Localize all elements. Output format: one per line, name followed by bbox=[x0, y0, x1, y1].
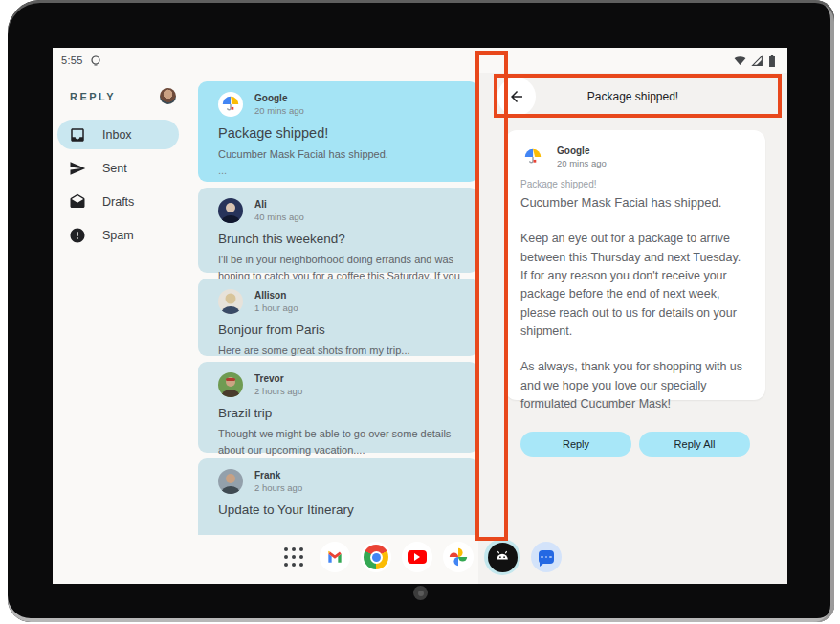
reply-button[interactable]: Reply bbox=[520, 432, 631, 457]
nav-drawer: REPLY Inbox Sent Drafts bbox=[53, 73, 198, 536]
google-umbrella-logo-icon bbox=[218, 92, 243, 117]
email-preview: Cucumber Mask Facial has shipped. bbox=[218, 146, 461, 163]
detail-paragraph: Cucumber Mask Facial has shipped. bbox=[520, 193, 750, 212]
dock bbox=[53, 536, 787, 578]
email-list: Google 20 mins ago Package shipped! Cucu… bbox=[198, 73, 478, 536]
detail-paragraph: Keep an eye out for a package to arrive … bbox=[520, 230, 750, 341]
wifi-icon bbox=[734, 55, 746, 67]
sender-avatar bbox=[218, 469, 243, 494]
list-item-ali[interactable]: Ali 40 mins ago Brunch this weekend? I'l… bbox=[198, 188, 478, 273]
annotation-box-header bbox=[494, 74, 782, 118]
email-time: 2 hours ago bbox=[254, 386, 302, 397]
clock-time: 5:55 bbox=[61, 55, 83, 66]
email-subject: Brunch this weekend? bbox=[218, 232, 461, 246]
drafts-icon bbox=[69, 193, 86, 211]
sidebar-item-inbox[interactable]: Inbox bbox=[57, 120, 179, 149]
email-time: 2 hours ago bbox=[254, 482, 302, 494]
app-drawer-icon[interactable] bbox=[278, 542, 309, 572]
email-time: 1 hour ago bbox=[254, 302, 298, 314]
photos-icon[interactable] bbox=[443, 542, 474, 572]
email-time: 40 mins ago bbox=[254, 212, 304, 223]
email-preview: Thought we might be able to go over some… bbox=[218, 426, 461, 457]
send-icon bbox=[69, 160, 86, 177]
email-time: 20 mins ago bbox=[254, 105, 304, 117]
list-item-trevor[interactable]: Trevor 2 hours ago Brazil trip Thought w… bbox=[198, 362, 478, 453]
error-icon bbox=[69, 227, 86, 244]
list-item-allison[interactable]: Allison 1 hour ago Bonjour from Paris He… bbox=[198, 279, 478, 356]
email-detail-pane: Package shipped! Google bbox=[478, 73, 787, 584]
detail-subject-label: Package shipped! bbox=[520, 179, 750, 189]
email-sender: Allison bbox=[254, 289, 298, 302]
device-screen: 5:55 REPLY bbox=[53, 48, 787, 584]
youtube-icon[interactable] bbox=[402, 542, 432, 572]
app-title: REPLY bbox=[70, 91, 116, 102]
email-sender: Trevor bbox=[254, 372, 302, 386]
sender-avatar bbox=[218, 289, 243, 314]
front-camera bbox=[413, 586, 428, 600]
sidebar-item-label: Inbox bbox=[102, 128, 132, 142]
list-item-google[interactable]: Google 20 mins ago Package shipped! Cucu… bbox=[198, 81, 478, 182]
detail-paragraph: As always, thank you for shopping with u… bbox=[520, 358, 750, 413]
email-preview: Here are some great shots from my trip..… bbox=[218, 343, 461, 359]
list-item-frank[interactable]: Frank 2 hours ago Update to Your Itinera… bbox=[198, 458, 478, 535]
profile-avatar[interactable] bbox=[160, 88, 176, 104]
detail-time: 20 mins ago bbox=[557, 158, 607, 169]
sidebar-item-drafts[interactable]: Drafts bbox=[57, 187, 179, 216]
sidebar-item-sent[interactable]: Sent bbox=[57, 153, 179, 183]
email-detail-card: Google 20 mins ago Package shipped! Cucu… bbox=[505, 130, 765, 400]
sidebar-item-label: Spam bbox=[102, 229, 134, 242]
google-umbrella-logo-icon bbox=[520, 145, 545, 169]
email-sender: Frank bbox=[254, 469, 302, 482]
status-bar: 5:55 bbox=[53, 48, 787, 73]
inbox-icon bbox=[69, 126, 86, 144]
sidebar-item-label: Sent bbox=[102, 162, 127, 175]
detail-sender: Google bbox=[557, 145, 607, 158]
battery-icon bbox=[768, 55, 776, 67]
sidebar-item-label: Drafts bbox=[102, 195, 134, 209]
email-subject: Brazil trip bbox=[218, 406, 461, 420]
sender-avatar bbox=[218, 198, 243, 223]
email-subject: Bonjour from Paris bbox=[218, 323, 461, 337]
email-subject: Update to Your Itinerary bbox=[218, 502, 461, 517]
email-sender: Ali bbox=[254, 198, 304, 212]
watch-icon bbox=[90, 55, 101, 66]
messages-icon[interactable] bbox=[531, 542, 562, 572]
sender-avatar bbox=[218, 372, 243, 397]
email-subject: Package shipped! bbox=[218, 125, 461, 141]
sidebar-item-spam[interactable]: Spam bbox=[57, 220, 179, 250]
annotation-box-vertical bbox=[475, 51, 508, 541]
android-emulator-icon[interactable] bbox=[484, 539, 520, 575]
gmail-icon[interactable] bbox=[320, 542, 350, 572]
email-preview-ellipsis: ... bbox=[218, 165, 461, 176]
chrome-icon[interactable] bbox=[361, 542, 391, 572]
email-sender: Google bbox=[254, 92, 304, 105]
reply-all-button[interactable]: Reply All bbox=[639, 432, 750, 457]
signal-icon bbox=[751, 55, 763, 67]
